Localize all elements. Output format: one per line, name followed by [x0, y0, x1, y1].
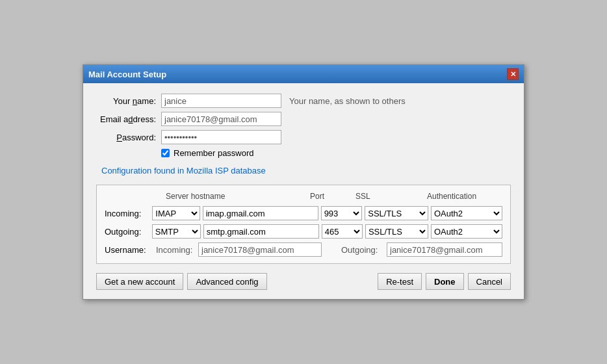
- header-port: Port: [307, 192, 353, 201]
- username-incoming-label: Incoming:: [156, 245, 198, 255]
- outgoing-ssl-select[interactable]: SSL/TLS STARTTLS None: [365, 224, 428, 239]
- incoming-port-select[interactable]: 993 143: [321, 206, 363, 220]
- outgoing-label: Outgoing:: [105, 227, 152, 237]
- outgoing-type-select[interactable]: SMTP: [152, 224, 201, 239]
- username-incoming-input[interactable]: [198, 242, 322, 257]
- close-button[interactable]: ✕: [507, 68, 519, 80]
- server-header: Server hostname Port SSL Authentication: [105, 192, 502, 201]
- name-input[interactable]: [161, 94, 281, 108]
- password-label: Password:: [96, 133, 161, 142]
- password-row: Password:: [96, 130, 511, 144]
- remember-password-row: Remember password: [161, 148, 511, 158]
- server-section: Server hostname Port SSL Authentication …: [96, 185, 511, 264]
- name-hint: Your name, as shown to others: [289, 96, 406, 106]
- name-label: Your name:: [96, 96, 161, 106]
- name-row: Your name: Your name, as shown to others: [96, 94, 511, 108]
- get-new-account-button[interactable]: Get a new account: [96, 273, 183, 290]
- incoming-label: Incoming:: [105, 209, 152, 218]
- incoming-ssl-select[interactable]: SSL/TLS STARTTLS None: [365, 206, 428, 220]
- form-section: Your name: Your name, as shown to others…: [96, 94, 511, 158]
- email-input[interactable]: [161, 112, 281, 126]
- cancel-button[interactable]: Cancel: [468, 273, 511, 290]
- incoming-type-select[interactable]: IMAP POP3: [152, 206, 200, 220]
- incoming-row: Incoming: IMAP POP3 993 143 SSL/TLS STAR…: [105, 206, 502, 220]
- email-row: Email address:: [96, 112, 511, 126]
- username-label: Username:: [105, 245, 153, 255]
- username-row: Username: Incoming: Outgoing:: [105, 242, 502, 257]
- email-label: Email address:: [96, 114, 161, 124]
- header-ssl: SSL: [353, 192, 424, 201]
- advanced-config-button[interactable]: Advanced config: [187, 273, 266, 290]
- incoming-hostname-input[interactable]: [203, 206, 318, 220]
- mail-account-setup-dialog: Mail Account Setup ✕ Your name: Your nam…: [83, 64, 524, 300]
- re-test-button[interactable]: Re-test: [378, 273, 422, 290]
- outgoing-row: Outgoing: SMTP 465 587 SSL/TLS STARTTLS …: [105, 224, 502, 239]
- outgoing-auth-select[interactable]: OAuth2 Normal password: [431, 224, 502, 239]
- button-left-group: Get a new account Advanced config: [96, 273, 267, 290]
- title-bar: Mail Account Setup ✕: [83, 65, 524, 83]
- button-row: Get a new account Advanced config Re-tes…: [96, 273, 511, 290]
- header-auth: Authentication: [424, 192, 502, 201]
- remember-label[interactable]: Remember password: [174, 148, 254, 158]
- button-right-group: Re-test Done Cancel: [378, 273, 511, 290]
- username-outgoing-input[interactable]: [387, 242, 502, 257]
- done-button[interactable]: Done: [426, 273, 464, 290]
- password-input[interactable]: [161, 130, 281, 144]
- outgoing-port-select[interactable]: 465 587: [322, 224, 363, 239]
- header-hostname: Server hostname: [163, 192, 307, 201]
- outgoing-hostname-input[interactable]: [203, 224, 319, 239]
- dialog-title: Mail Account Setup: [88, 70, 166, 79]
- username-outgoing-label: Outgoing:: [341, 245, 387, 255]
- config-found-message: Configuration found in Mozilla ISP datab…: [101, 166, 511, 176]
- remember-checkbox[interactable]: [161, 149, 170, 157]
- incoming-auth-select[interactable]: OAuth2 Normal password: [431, 206, 502, 220]
- dialog-body: Your name: Your name, as shown to others…: [83, 83, 524, 299]
